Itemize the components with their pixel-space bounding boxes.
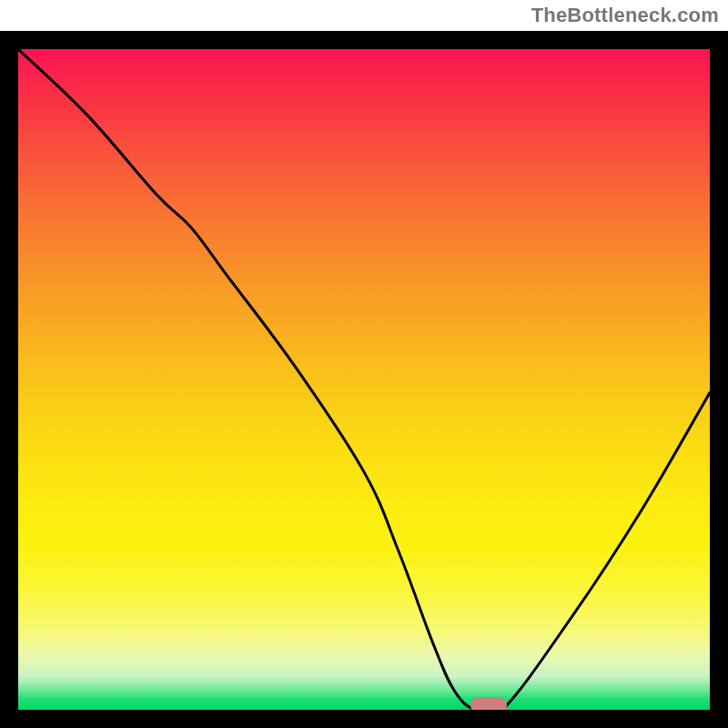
watermark-text: TheBottleneck.com — [531, 4, 719, 27]
chart-plot-area — [18, 49, 710, 710]
chart-svg — [18, 49, 710, 710]
optimal-marker — [470, 697, 507, 710]
bottleneck-curve — [18, 49, 710, 710]
chart-stage: TheBottleneck.com — [0, 0, 728, 728]
